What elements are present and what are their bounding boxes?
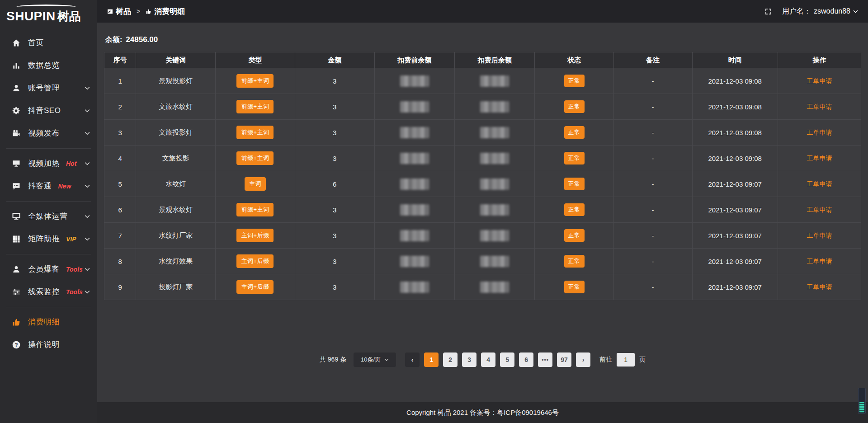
sidebar-item-4[interactable]: 视频发布 [0, 122, 97, 145]
balance: 余额:24856.00 [97, 23, 868, 52]
sidebar-item-label: 线索监控 [28, 287, 60, 297]
cell-remark: - [613, 120, 692, 146]
sidebar-item-6[interactable]: 抖客通New [0, 175, 97, 197]
column-header-6: 状态 [535, 52, 613, 68]
work-order-link[interactable]: 工单申请 [807, 77, 832, 85]
breadcrumb-label: 消费明细 [154, 6, 185, 17]
masked-balance-after [480, 179, 509, 190]
monitor-icon [12, 212, 21, 221]
work-order-link[interactable]: 工单申请 [807, 180, 832, 188]
cell-keyword: 投影灯厂家 [136, 274, 216, 300]
masked-balance-before [400, 256, 429, 267]
cell-time: 2021-12-03 09:07 [692, 249, 778, 274]
breadcrumb-item-1[interactable]: 消费明细 [146, 6, 185, 17]
page-size-select[interactable]: 10条/页 [354, 352, 396, 367]
status-badge: 正常 [564, 229, 585, 242]
chevron-down-icon [85, 268, 90, 271]
breadcrumb-item-0[interactable]: 树品 [107, 6, 131, 17]
cell-keyword: 水纹灯效果 [136, 249, 216, 274]
expense-icon [12, 318, 21, 327]
chevron-down-icon [85, 290, 90, 294]
cell-amount: 3 [295, 223, 374, 249]
cell-index: 4 [104, 146, 136, 171]
sidebar-item-7[interactable]: 全媒体运营 [0, 205, 97, 228]
work-order-link[interactable]: 工单申请 [807, 283, 832, 291]
page-button-97[interactable]: 97 [557, 352, 571, 367]
sidebar-item-1[interactable]: 数据总览 [0, 54, 97, 77]
sidebar-item-10[interactable]: 线索监控Tools [0, 281, 97, 303]
page-button-1[interactable]: 1 [424, 352, 439, 367]
page-button-2[interactable]: 2 [443, 352, 458, 367]
cell-keyword: 水纹灯 [136, 171, 216, 197]
user-menu[interactable]: 用户名：zswodun88 [782, 7, 858, 16]
goto-page-input[interactable] [617, 353, 635, 367]
sidebar-item-label: 视频加热 [28, 158, 60, 169]
breadcrumb-separator: > [137, 8, 140, 15]
work-order-link[interactable]: 工单申请 [807, 155, 832, 162]
sidebar-item-11[interactable]: 消费明细 [0, 311, 97, 334]
svg-text:?: ? [14, 342, 18, 348]
sidebar-item-5[interactable]: 视频加热Hot [0, 152, 97, 175]
sidebar-item-8[interactable]: 矩阵助推VIP [0, 228, 97, 250]
status-badge: 正常 [564, 100, 585, 113]
work-order-link[interactable]: 工单申请 [807, 232, 832, 239]
page-button-6[interactable]: 6 [519, 352, 533, 367]
page-button-4[interactable]: 4 [481, 352, 495, 367]
cell-index: 1 [104, 68, 136, 94]
status-badge: 正常 [564, 203, 585, 216]
sidebar-item-2[interactable]: 账号管理 [0, 77, 97, 99]
chevron-down-icon [85, 109, 90, 113]
masked-balance-before [400, 204, 429, 216]
sidebar-item-3[interactable]: 抖音SEO [0, 99, 97, 122]
cell-index: 5 [104, 171, 136, 197]
next-page-button[interactable]: › [576, 352, 590, 367]
table-row: 5水纹灯主词6正常-2021-12-03 09:07工单申请 [104, 171, 861, 197]
masked-balance-before [400, 230, 429, 241]
floating-widget-stripes [859, 402, 864, 413]
chevron-down-icon [85, 86, 90, 90]
cell-time: 2021-12-03 09:08 [692, 94, 778, 120]
type-badge: 主词+后缀 [236, 280, 274, 294]
cell-amount: 3 [295, 249, 374, 274]
work-order-link[interactable]: 工单申请 [807, 258, 832, 265]
cell-keyword: 文旅投影 [136, 146, 216, 171]
work-order-link[interactable]: 工单申请 [807, 103, 832, 110]
work-order-link[interactable]: 工单申请 [807, 206, 832, 213]
work-order-link[interactable]: 工单申请 [807, 129, 832, 136]
page-button-5[interactable]: 5 [500, 352, 514, 367]
sidebar-item-tag: Tools [66, 288, 83, 296]
goto-label: 前往 [599, 356, 612, 364]
page-size-value: 10条/页 [361, 356, 381, 364]
masked-balance-before [400, 179, 429, 190]
cell-index: 9 [104, 274, 136, 300]
sidebar-item-9[interactable]: 会员爆客Tools [0, 258, 97, 281]
sidebar-divider [6, 254, 91, 254]
cell-time: 2021-12-03 09:07 [692, 171, 778, 197]
chevron-down-icon [85, 237, 90, 241]
sidebar-item-label: 首页 [28, 38, 44, 48]
table-row: 6景观水纹灯前缀+主词3正常-2021-12-03 09:07工单申请 [104, 197, 861, 223]
cell-time: 2021-12-03 09:07 [692, 197, 778, 223]
sidebar-item-tag: Tools [66, 266, 83, 273]
more-pages-button[interactable]: ••• [538, 352, 552, 367]
prev-page-button[interactable]: ‹ [405, 352, 420, 367]
floating-widget[interactable] [858, 388, 866, 414]
page-button-3[interactable]: 3 [462, 352, 476, 367]
cell-remark: - [613, 94, 692, 120]
cell-index: 2 [104, 94, 136, 120]
bar-chart-icon [12, 61, 21, 70]
column-header-7: 备注 [613, 52, 692, 68]
cell-time: 2021-12-03 09:08 [692, 146, 778, 171]
sidebar-item-0[interactable]: 首页 [0, 32, 97, 54]
type-badge: 前缀+主词 [236, 151, 274, 165]
sidebar-item-label: 矩阵助推 [28, 234, 60, 244]
copyright-text: Copyright 树品 2021 备案号：粤ICP备09019646号 [406, 409, 559, 417]
fullscreen-icon[interactable] [764, 8, 772, 15]
type-badge: 前缀+主词 [236, 203, 274, 216]
cell-amount: 3 [295, 197, 374, 223]
footer: Copyright 树品 2021 备案号：粤ICP备09019646号 [97, 402, 868, 423]
breadcrumb: 树品>消费明细 [107, 6, 185, 17]
cell-remark: - [613, 171, 692, 197]
sidebar-item-12[interactable]: ?操作说明 [0, 334, 97, 356]
table-row: 8水纹灯效果主词+后缀3正常-2021-12-03 09:07工单申请 [104, 249, 861, 274]
